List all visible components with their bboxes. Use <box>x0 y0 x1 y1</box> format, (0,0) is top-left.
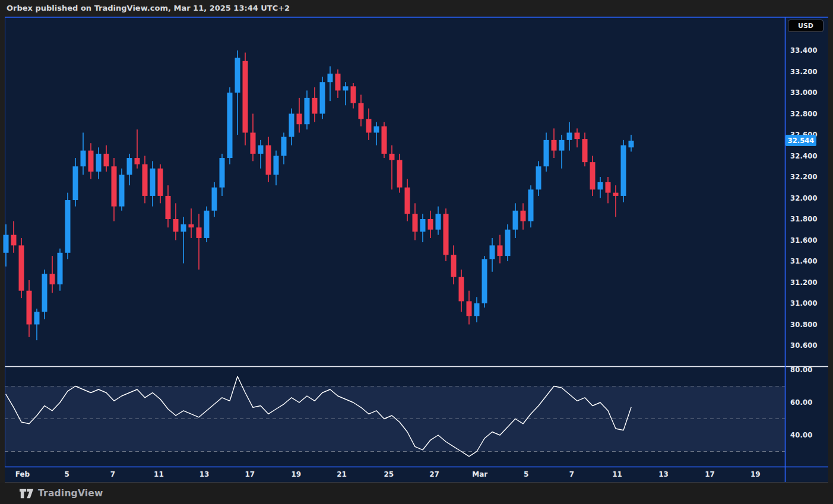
time-tick-label: 7 <box>110 467 115 482</box>
time-tick-label: 25 <box>384 467 394 482</box>
tradingview-wordmark[interactable]: TradingView <box>38 488 103 499</box>
price-tick-label: 33.400 <box>790 46 818 55</box>
rsi-tick-label: 60.00 <box>790 398 812 407</box>
time-tick-label: 27 <box>429 467 439 482</box>
time-tick-label: 11 <box>154 467 164 482</box>
price-tick-label: 33.200 <box>790 68 818 76</box>
time-tick-label: 5 <box>65 467 69 482</box>
rsi-tick-label: 80.00 <box>790 366 812 374</box>
time-tick-label: 17 <box>705 467 715 482</box>
price-tick-label: 31.200 <box>790 278 818 287</box>
price-tick-label: 31.000 <box>790 299 818 308</box>
time-tick-label: 19 <box>750 467 761 482</box>
time-tick-label: 21 <box>337 467 347 482</box>
price-tick-label: 31.600 <box>790 236 818 245</box>
time-tick-label: 19 <box>291 467 301 482</box>
attribution-bar: Orbex published on TradingView.com, Mar … <box>0 0 833 17</box>
last-price-label: 32.544 <box>786 135 816 146</box>
footer-bar: TradingView <box>0 483 833 504</box>
price-tick-label: 32.200 <box>790 173 818 181</box>
time-tick-label: Feb <box>15 467 30 482</box>
price-tick-label: 31.800 <box>790 215 818 223</box>
price-tick-label: 30.600 <box>790 341 818 350</box>
time-tick-label: 5 <box>524 467 528 482</box>
time-tick-label: 13 <box>199 467 210 482</box>
chart-plot-area[interactable] <box>5 17 828 483</box>
time-tick-label: Mar <box>472 467 487 482</box>
time-tick-label: 13 <box>658 467 669 482</box>
time-tick-label: 17 <box>245 467 255 482</box>
time-tick-label: 11 <box>612 467 622 482</box>
price-tick-label: 32.000 <box>790 194 818 202</box>
price-tick-label: 33.000 <box>790 88 818 97</box>
screenshot-root: { "header": { "attribution": "Orbex publ… <box>0 0 833 504</box>
price-tick-label: 30.800 <box>790 321 818 329</box>
attribution-text: Orbex published on TradingView.com, Mar … <box>7 4 290 12</box>
rsi-tick-label: 40.00 <box>790 431 812 439</box>
price-tick-label: 31.400 <box>790 257 818 265</box>
last-price-value: 32.544 <box>788 137 814 145</box>
price-tick-label: 32.400 <box>790 152 818 160</box>
price-tick-label: 32.800 <box>790 110 818 118</box>
time-tick-label: 7 <box>569 467 574 482</box>
tradingview-logo-icon[interactable] <box>20 488 34 499</box>
currency-badge[interactable]: USD <box>788 20 824 32</box>
currency-badge-label: USD <box>798 22 813 30</box>
